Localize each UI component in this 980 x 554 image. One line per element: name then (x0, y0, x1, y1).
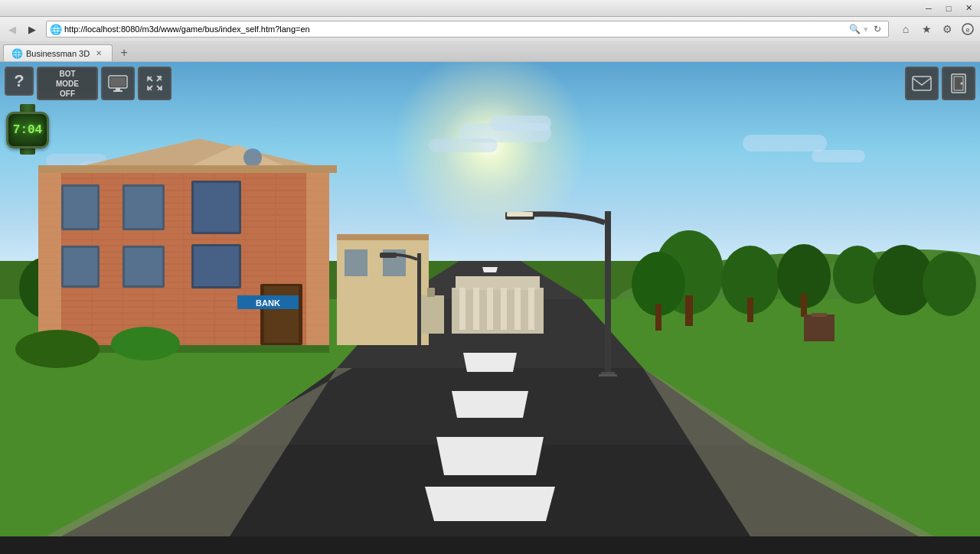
svg-marker-13 (482, 267, 498, 272)
svg-rect-80 (804, 314, 835, 341)
bot-mode-button[interactable]: BOT MODE OFF (37, 67, 98, 100)
svg-point-102 (961, 83, 963, 85)
email-icon (912, 76, 932, 91)
svg-rect-56 (337, 234, 429, 240)
svg-rect-74 (747, 298, 753, 322)
svg-rect-65 (514, 288, 521, 330)
svg-rect-84 (507, 212, 533, 217)
nav-bar: ◀ ▶ 🌐 🔍 ▾ ↻ ⌂ ★ ⚙ e (0, 17, 980, 41)
tab-close-button[interactable]: ✕ (93, 48, 104, 59)
address-favicon: 🌐 (50, 24, 62, 35)
game-viewport: BANK (0, 62, 980, 536)
search-refresh-group: 🔍 ▾ ↻ (847, 21, 885, 37)
forward-button[interactable]: ▶ (23, 20, 41, 38)
svg-point-58 (111, 327, 180, 360)
svg-rect-88 (380, 253, 397, 258)
browser-chrome: ◀ ▶ 🌐 🔍 ▾ ↻ ⌂ ★ ⚙ e 🌐 Bu (0, 17, 980, 62)
watch-time: 7:04 (13, 123, 42, 137)
svg-rect-49 (264, 286, 299, 343)
tab-title: Businessman 3D (26, 49, 90, 58)
expand-button[interactable] (138, 67, 172, 100)
close-button[interactable]: ✕ (959, 1, 978, 16)
svg-point-79 (923, 252, 976, 316)
watch-strap-bottom (20, 148, 35, 155)
svg-rect-94 (113, 90, 122, 92)
svg-rect-60 (456, 276, 540, 290)
refresh-button[interactable]: ↻ (870, 21, 885, 37)
home-icon[interactable]: ⌂ (897, 20, 915, 38)
tab-favicon: 🌐 (11, 48, 22, 59)
svg-rect-66 (528, 288, 534, 330)
minimize-button[interactable]: ─ (919, 1, 939, 16)
svg-point-46 (243, 148, 262, 167)
monitor-button[interactable] (101, 67, 135, 100)
top-right-game-icons (905, 67, 975, 100)
svg-rect-35 (125, 187, 162, 228)
svg-rect-82 (605, 211, 611, 376)
title-bar: ─ □ ✕ (0, 0, 980, 17)
svg-marker-18 (436, 437, 544, 475)
svg-rect-92 (110, 77, 126, 86)
svg-rect-63 (487, 288, 493, 330)
svg-rect-43 (194, 246, 239, 286)
svg-rect-87 (417, 253, 421, 345)
svg-rect-39 (64, 248, 97, 285)
svg-rect-64 (501, 288, 507, 330)
monitor-icon (107, 74, 129, 93)
nav-right-icons: ⌂ ★ ⚙ e (897, 20, 977, 38)
svg-marker-16 (463, 353, 517, 372)
svg-rect-67 (417, 295, 444, 334)
compat-svg-icon: e (961, 22, 975, 36)
address-bar-container: 🌐 🔍 ▾ ↻ (46, 21, 889, 37)
email-game-button[interactable] (905, 67, 939, 100)
svg-rect-86 (599, 374, 617, 376)
expand-icon (146, 75, 163, 92)
svg-rect-76 (801, 294, 807, 317)
watch-face: 7:04 (6, 112, 49, 148)
svg-rect-37 (194, 183, 239, 232)
svg-rect-62 (473, 288, 479, 330)
svg-rect-70 (685, 295, 693, 326)
svg-rect-68 (427, 288, 435, 297)
search-button[interactable]: 🔍 (847, 21, 862, 37)
game-watch[interactable]: 7:04 (6, 104, 49, 156)
back-button[interactable]: ◀ (3, 20, 21, 38)
address-bar[interactable] (64, 24, 847, 34)
active-tab[interactable]: 🌐 Businessman 3D ✕ (3, 44, 113, 61)
svg-text:BANK: BANK (256, 298, 280, 308)
svg-rect-33 (64, 187, 97, 228)
top-left-controls: ? BOT MODE OFF (5, 67, 172, 100)
svg-rect-54 (345, 249, 368, 276)
compat-icon[interactable]: e (959, 20, 977, 38)
tab-bar: 🌐 Businessman 3D ✕ + (0, 41, 980, 61)
user-game-button[interactable] (942, 67, 975, 100)
new-tab-button[interactable]: + (115, 44, 133, 61)
settings-icon[interactable]: ⚙ (938, 20, 956, 38)
svg-rect-30 (38, 169, 61, 345)
help-button[interactable]: ? (5, 67, 34, 96)
watch-strap-top (20, 104, 35, 112)
svg-rect-72 (655, 304, 662, 331)
svg-point-57 (15, 330, 100, 368)
game-scene-svg: BANK (0, 62, 980, 536)
maximize-button[interactable]: □ (939, 1, 959, 16)
svg-rect-61 (459, 288, 466, 330)
svg-text:e: e (965, 26, 969, 34)
user-icon (950, 73, 967, 93)
favorites-icon[interactable]: ★ (917, 20, 936, 38)
svg-rect-41 (125, 248, 162, 285)
svg-marker-19 (425, 487, 555, 521)
svg-rect-47 (38, 165, 337, 173)
svg-marker-17 (452, 391, 528, 418)
svg-rect-31 (306, 169, 329, 345)
svg-rect-81 (812, 313, 827, 317)
